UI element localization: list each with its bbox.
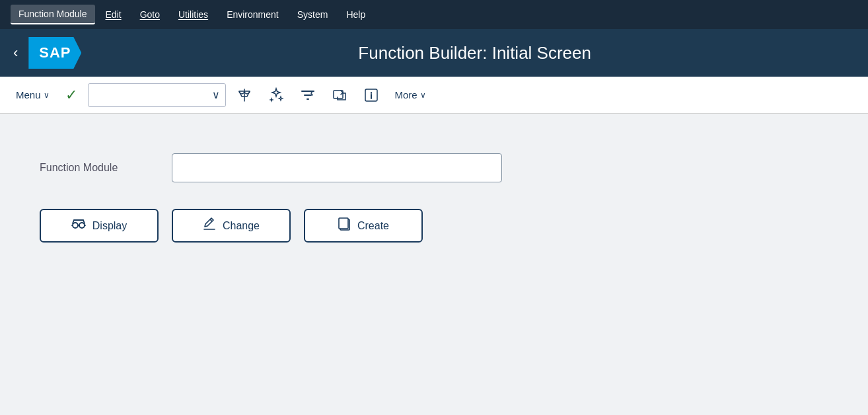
command-dropdown[interactable]: ∨ xyxy=(88,83,226,107)
filter-icon-button[interactable] xyxy=(295,83,321,107)
svg-point-3 xyxy=(79,223,85,228)
dropdown-arrow-icon: ∨ xyxy=(212,89,220,101)
change-btn-icon xyxy=(203,217,216,234)
toolbar: Menu ∨ ✓ ∨ xyxy=(0,77,868,114)
menu-item-function-module[interactable]: Function Module xyxy=(11,5,95,24)
display-btn-label: Display xyxy=(92,220,127,232)
sparkle-icon xyxy=(268,87,284,103)
scale-icon-button[interactable] xyxy=(231,83,258,107)
filter-icon xyxy=(300,87,316,103)
action-buttons: DisplayChangeCreate xyxy=(40,209,828,243)
create-btn[interactable]: Create xyxy=(304,209,423,243)
scale-icon xyxy=(236,87,252,103)
change-btn-label: Change xyxy=(223,220,260,232)
sap-logo: SAP xyxy=(28,37,81,69)
create-copy-icon xyxy=(338,217,351,231)
change-btn[interactable]: Change xyxy=(172,209,291,243)
menu-chevron-icon: ∨ xyxy=(44,91,50,100)
display-glasses-icon xyxy=(71,218,86,230)
change-pencil-icon xyxy=(203,217,216,231)
back-button[interactable]: ‹ xyxy=(13,46,18,60)
main-content: Function Module DisplayChangeCreate xyxy=(0,114,868,415)
menu-item-edit[interactable]: Edit xyxy=(98,5,129,24)
expand-icon xyxy=(332,87,347,103)
create-btn-label: Create xyxy=(357,220,389,232)
more-label: More xyxy=(395,89,417,100)
expand-icon-button[interactable] xyxy=(326,83,353,107)
menu-item-utilities[interactable]: Utilities xyxy=(170,5,216,24)
svg-rect-5 xyxy=(339,218,348,229)
menu-item-environment[interactable]: Environment xyxy=(219,5,287,24)
function-module-label: Function Module xyxy=(40,162,159,174)
check-button[interactable]: ✓ xyxy=(60,84,83,106)
header-bar: ‹ SAP Function Builder: Initial Screen xyxy=(0,29,868,77)
menu-bar: Function ModuleEditGotoUtilitiesEnvironm… xyxy=(0,0,868,29)
info-icon xyxy=(363,87,379,103)
function-module-input[interactable] xyxy=(172,153,502,182)
more-chevron-icon: ∨ xyxy=(420,91,426,100)
display-btn[interactable]: Display xyxy=(40,209,159,243)
function-module-row: Function Module xyxy=(40,153,828,182)
command-input[interactable] xyxy=(94,90,209,100)
logo-text: SAP xyxy=(39,44,71,61)
menu-item-system[interactable]: System xyxy=(289,5,336,24)
menu-item-goto[interactable]: Goto xyxy=(132,5,168,24)
menu-label: Menu xyxy=(16,89,41,100)
menu-item-help[interactable]: Help xyxy=(338,5,373,24)
create-btn-icon xyxy=(338,217,351,235)
info-icon-button[interactable] xyxy=(358,83,384,107)
display-btn-icon xyxy=(71,218,86,233)
page-title: Function Builder: Initial Screen xyxy=(94,43,855,63)
menu-button[interactable]: Menu ∨ xyxy=(11,85,55,104)
svg-point-2 xyxy=(73,223,78,228)
more-button[interactable]: More ∨ xyxy=(390,85,431,104)
sparkle-icon-button[interactable] xyxy=(263,83,289,107)
